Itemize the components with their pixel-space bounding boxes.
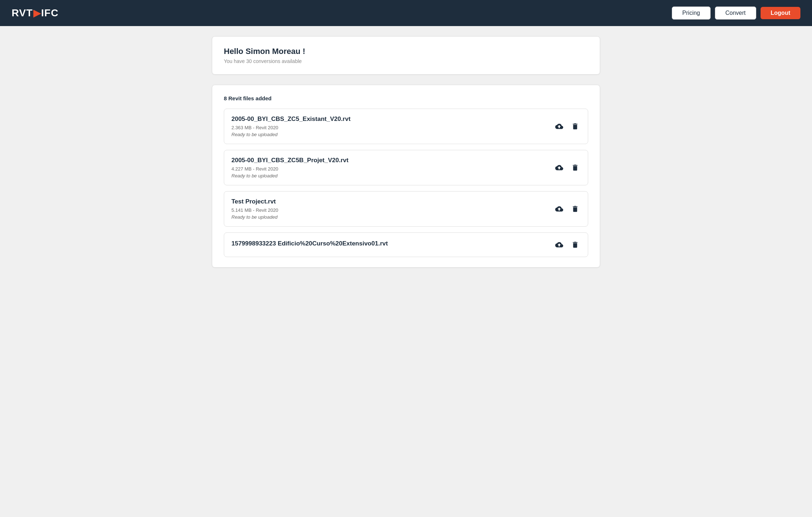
- header-nav: Pricing Convert Logout: [672, 7, 800, 20]
- file-actions: [554, 239, 581, 250]
- file-info: 1579998933223 Edificio%20Curso%20Extensi…: [231, 240, 554, 249]
- main-header: RVT ▶ IFC Pricing Convert Logout: [0, 0, 812, 26]
- pricing-button[interactable]: Pricing: [672, 7, 711, 20]
- welcome-subtitle: You have 30 conversions available: [224, 58, 588, 64]
- logo: RVT ▶ IFC: [12, 7, 59, 19]
- file-name: Test Project.rvt: [231, 198, 554, 205]
- files-card: 8 Revit files added 2005-00_BYI_CBS_ZC5_…: [212, 85, 600, 268]
- delete-button[interactable]: [570, 162, 581, 173]
- upload-button[interactable]: [554, 239, 565, 250]
- files-list: 2005-00_BYI_CBS_ZC5_Existant_V20.rvt2.36…: [224, 109, 588, 257]
- logo-text: RVT ▶ IFC: [12, 7, 59, 19]
- file-item: 1579998933223 Edificio%20Curso%20Extensi…: [224, 232, 588, 257]
- logout-button[interactable]: Logout: [761, 7, 800, 19]
- upload-button[interactable]: [554, 121, 565, 132]
- file-info: Test Project.rvt5.141 MB - Revit 2020Rea…: [231, 198, 554, 220]
- logo-ifc: IFC: [41, 7, 59, 19]
- upload-button[interactable]: [554, 203, 565, 214]
- file-info: 2005-00_BYI_CBS_ZC5B_Projet_V20.rvt4.227…: [231, 157, 554, 178]
- convert-button[interactable]: Convert: [715, 7, 756, 20]
- delete-button[interactable]: [570, 239, 581, 250]
- file-status: Ready to be uploaded: [231, 132, 554, 137]
- file-actions: [554, 203, 581, 214]
- file-meta: 2.363 MB - Revit 2020: [231, 125, 554, 130]
- logo-arrow-icon: ▶: [33, 8, 41, 19]
- file-item: Test Project.rvt5.141 MB - Revit 2020Rea…: [224, 191, 588, 227]
- file-actions: [554, 162, 581, 173]
- file-name: 2005-00_BYI_CBS_ZC5B_Projet_V20.rvt: [231, 157, 554, 164]
- welcome-card: Hello Simon Moreau ! You have 30 convers…: [212, 36, 600, 75]
- upload-button[interactable]: [554, 162, 565, 173]
- file-actions: [554, 121, 581, 132]
- file-meta: 5.141 MB - Revit 2020: [231, 207, 554, 213]
- delete-button[interactable]: [570, 203, 581, 214]
- file-status: Ready to be uploaded: [231, 214, 554, 220]
- welcome-title: Hello Simon Moreau !: [224, 47, 588, 56]
- delete-button[interactable]: [570, 121, 581, 132]
- file-item: 2005-00_BYI_CBS_ZC5_Existant_V20.rvt2.36…: [224, 109, 588, 144]
- main-content: Hello Simon Moreau ! You have 30 convers…: [203, 26, 609, 278]
- file-item: 2005-00_BYI_CBS_ZC5B_Projet_V20.rvt4.227…: [224, 150, 588, 185]
- files-count: 8 Revit files added: [224, 95, 588, 101]
- file-info: 2005-00_BYI_CBS_ZC5_Existant_V20.rvt2.36…: [231, 115, 554, 137]
- file-name: 1579998933223 Edificio%20Curso%20Extensi…: [231, 240, 554, 247]
- file-status: Ready to be uploaded: [231, 173, 554, 178]
- file-meta: 4.227 MB - Revit 2020: [231, 166, 554, 172]
- file-name: 2005-00_BYI_CBS_ZC5_Existant_V20.rvt: [231, 115, 554, 123]
- logo-rvt: RVT: [12, 7, 33, 19]
